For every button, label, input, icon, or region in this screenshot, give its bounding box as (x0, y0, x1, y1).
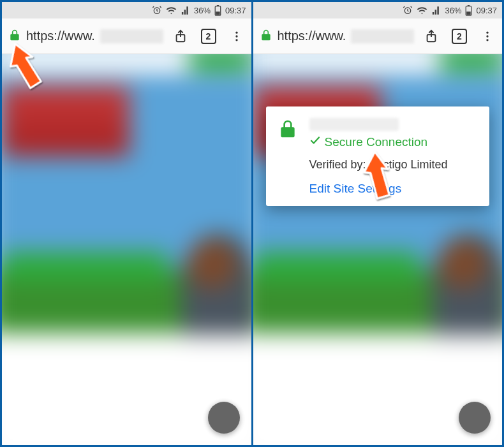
phone-left: 36% 09:37 https://www. 2 (2, 2, 251, 445)
battery-percent: 36% (445, 6, 461, 15)
svg-point-14 (486, 35, 488, 37)
overflow-menu-button[interactable] (477, 26, 498, 47)
address-bar[interactable]: https://www. (8, 28, 163, 45)
address-bar[interactable]: https://www. (260, 28, 415, 45)
tabs-button[interactable]: 2 (198, 26, 219, 47)
secure-connection-label: Secure Connection (325, 135, 428, 149)
browser-toolbar: https://www. 2 (2, 18, 251, 54)
svg-rect-2 (217, 5, 219, 6)
status-bar: 36% 09:37 (2, 2, 251, 18)
webpage-viewport[interactable]: Secure Connection Verified by: Sectigo L… (253, 54, 503, 445)
url-redacted (100, 29, 163, 43)
battery-icon (465, 5, 472, 16)
alarm-icon (403, 5, 413, 15)
tabs-count: 2 (457, 31, 462, 41)
svg-point-6 (235, 35, 237, 37)
webpage-viewport[interactable] (2, 54, 251, 445)
verified-by-label: Verified by: Sectigo Limited (309, 158, 478, 172)
battery-icon (214, 5, 221, 16)
url-scheme-host: https://www. (278, 29, 346, 43)
signal-icon (181, 6, 190, 15)
clock-time: 09:37 (476, 6, 497, 15)
svg-point-7 (235, 39, 237, 41)
overflow-menu-button[interactable] (226, 26, 248, 47)
alarm-icon (152, 5, 162, 15)
share-button[interactable] (170, 26, 191, 47)
tabs-button[interactable]: 2 (448, 26, 470, 47)
svg-point-13 (486, 31, 488, 33)
lock-icon[interactable] (260, 28, 272, 45)
wifi-icon (417, 5, 427, 16)
battery-percent: 36% (194, 6, 211, 15)
blurred-page-background (2, 54, 251, 445)
url-redacted (351, 29, 414, 43)
site-name-redacted (309, 118, 399, 131)
clock-time: 09:37 (225, 6, 246, 15)
tabs-count: 2 (206, 31, 211, 41)
svg-rect-10 (468, 5, 470, 6)
secure-connection-line: Secure Connection (309, 135, 478, 149)
signal-icon (431, 6, 441, 15)
phone-right: 36% 09:37 https://www. 2 (253, 2, 503, 445)
lock-icon (278, 118, 298, 142)
svg-point-15 (486, 39, 488, 41)
checkmark-icon (309, 135, 321, 149)
share-button[interactable] (420, 26, 442, 47)
edit-site-settings-link[interactable]: Edit Site Settings (309, 182, 478, 196)
svg-rect-11 (467, 11, 471, 15)
site-security-popup: Secure Connection Verified by: Sectigo L… (266, 106, 490, 206)
floating-action-button[interactable] (208, 402, 240, 434)
status-bar: 36% 09:37 (253, 2, 503, 18)
wifi-icon (166, 5, 177, 16)
svg-point-5 (235, 31, 237, 33)
tutorial-two-panel: 36% 09:37 https://www. 2 (0, 0, 504, 447)
url-scheme-host: https://www. (26, 29, 95, 43)
svg-rect-3 (216, 11, 219, 15)
floating-action-button[interactable] (459, 402, 491, 434)
browser-toolbar: https://www. 2 (253, 18, 503, 54)
lock-icon[interactable] (8, 28, 21, 45)
